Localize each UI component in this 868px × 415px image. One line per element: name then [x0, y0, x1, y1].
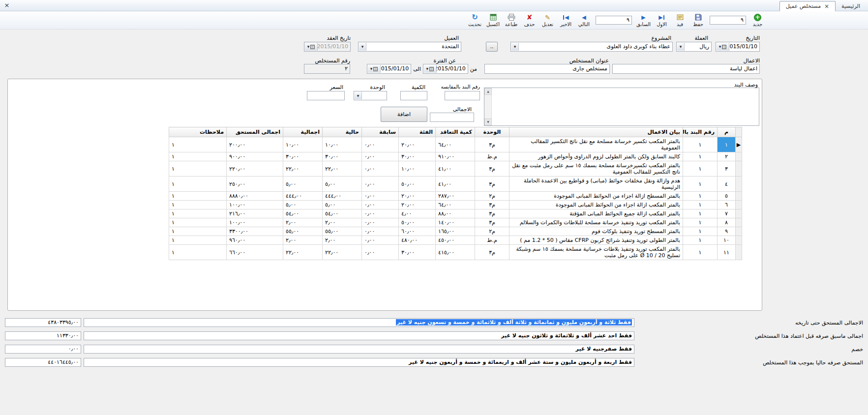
- delete-button[interactable]: ✘ حذف: [520, 12, 539, 29]
- cell-total_due[interactable]: ١٠٠٫٠٠: [227, 218, 283, 227]
- cell-total[interactable]: ٥٥٫٠٠: [283, 227, 323, 236]
- cell-m[interactable]: ٨: [718, 218, 736, 227]
- cell-total[interactable]: ٥٤٫٠٠: [283, 209, 323, 218]
- cell-previous[interactable]: ٠٫٠٠: [362, 245, 399, 260]
- cell-unit[interactable]: م٢: [475, 192, 509, 201]
- cell-current[interactable]: ٥٫٠٠: [323, 177, 362, 192]
- project-select[interactable]: عطاء بناء كوبرى داود العلوى ▼: [510, 42, 673, 52]
- cell-item_no[interactable]: ١: [683, 209, 718, 218]
- cell-description[interactable]: بالمتر الطولى توريد وتنفيذ شرائح كربون C…: [509, 236, 683, 245]
- cell-description[interactable]: كالبند السابق ولكن بالمتر الطولى لزوم ال…: [509, 152, 683, 161]
- date-field[interactable]: 2015/01/10 ▼: [716, 42, 760, 52]
- row-selector[interactable]: [736, 245, 742, 260]
- column-header-current[interactable]: حالية: [323, 127, 362, 137]
- table-row[interactable]: ٣١بالمتر المكعب تكسيرخرسانة مسلحة بسمك ١…: [169, 161, 742, 177]
- cell-description[interactable]: بالمتر المسطح ازالة اجزاء من الحوائط الم…: [509, 192, 683, 201]
- cell-contract_qty[interactable]: ١٦٥٫٠٠: [436, 227, 475, 236]
- cell-notes[interactable]: ١: [169, 177, 227, 192]
- cell-m[interactable]: ٢: [718, 152, 736, 161]
- cell-item_no[interactable]: ١: [683, 218, 718, 227]
- cell-unit[interactable]: م٣: [475, 245, 509, 260]
- table-row[interactable]: ٦١بالمتر المكعب ازالة اجزاء من الحوائط ا…: [169, 201, 742, 209]
- cell-rate[interactable]: ٦٠٫٠٠: [399, 227, 436, 236]
- cell-description[interactable]: بالمتر المكعب تكسيرخرسانة مسلحة بسمك ١٥ …: [509, 161, 683, 177]
- close-icon[interactable]: ×: [3, 1, 11, 9]
- column-header-notes[interactable]: ملاحظات: [169, 127, 227, 137]
- row-selector[interactable]: [736, 218, 742, 227]
- cell-contract_qty[interactable]: ٤١٫٠٠: [436, 177, 475, 192]
- total-due-to-date-amount-field[interactable]: ٤٣٨٠٣٣٩٥٫٠٠: [5, 318, 81, 327]
- tab-customer-statement[interactable]: × مستخلص عميل: [779, 1, 836, 11]
- table-row[interactable]: ٢١كالبند السابق ولكن بالمتر الطولى لزوم …: [169, 152, 742, 161]
- cell-m[interactable]: ٥: [718, 192, 736, 201]
- row-selector[interactable]: [736, 227, 742, 236]
- cell-rate[interactable]: ٤٫٠٠: [399, 209, 436, 218]
- cell-contract_qty[interactable]: ٤١٥٫٠٠: [436, 245, 475, 260]
- cell-description[interactable]: بالمتر المكعب تكسير خرسانة مسلحة مع نقل …: [509, 137, 683, 152]
- cell-total[interactable]: ٣٠٫٠٠: [283, 152, 323, 161]
- cell-m[interactable]: ١: [718, 137, 736, 152]
- add-item-button[interactable]: اضافة: [381, 107, 427, 122]
- cell-total[interactable]: ٤٤٤٫٠٠: [283, 192, 323, 201]
- calendar-dropdown-icon[interactable]: ▼: [424, 65, 437, 73]
- cell-total[interactable]: ٢٫٠٠: [283, 236, 323, 245]
- cell-contract_qty[interactable]: ٨٨٫٠٠: [436, 209, 475, 218]
- cell-item_no[interactable]: ١: [683, 177, 718, 192]
- cell-contract_qty[interactable]: ٤١٫٠٠: [436, 161, 475, 177]
- cell-m[interactable]: ٧: [718, 209, 736, 218]
- cell-rate[interactable]: ١٠٫٠٠: [399, 161, 436, 177]
- cell-m[interactable]: ٣: [718, 161, 736, 177]
- item-description-textarea[interactable]: ▲ ▼: [484, 88, 759, 126]
- currently-payable-words-field[interactable]: فقط اربعة و أربعون مليون و ستة عشر ألف و…: [84, 358, 634, 367]
- cell-contract_qty[interactable]: ٤٥٠٫٠٠: [436, 236, 475, 245]
- unit-select[interactable]: ▼: [354, 91, 387, 100]
- cell-notes[interactable]: ١: [169, 192, 227, 201]
- cell-current[interactable]: ٤٤٤٫٠٠: [323, 192, 362, 201]
- table-row[interactable]: ٨١بالمتر المكعب توريد وتنفيذ خرسانة مسلح…: [169, 218, 742, 227]
- scroll-down-icon[interactable]: ▼: [484, 119, 492, 125]
- cell-item_no[interactable]: ١: [683, 227, 718, 236]
- cell-unit[interactable]: م.ط: [475, 236, 509, 245]
- chevron-down-icon[interactable]: ▼: [677, 43, 685, 51]
- total-due-to-date-words-field[interactable]: فقط ثلاثة و أربعون مليون و ثمانمائة و ثل…: [84, 318, 634, 327]
- cell-description[interactable]: بالمتر المسطح توريد وتنفيذ بلوكات فوم: [509, 227, 683, 236]
- cell-previous[interactable]: ٠٫٠٠: [362, 177, 399, 192]
- first-button[interactable]: ▶ الاول: [653, 12, 671, 29]
- cell-previous[interactable]: ٠٫٠٠: [362, 161, 399, 177]
- textarea-scrollbar[interactable]: ▲ ▼: [484, 88, 492, 125]
- quantity-field[interactable]: [400, 91, 427, 100]
- cell-current[interactable]: ٢٫٠٠: [323, 236, 362, 245]
- cell-item_no[interactable]: ١: [683, 137, 718, 152]
- table-row[interactable]: ١٠١بالمتر الطولى توريد وتنفيذ شرائح كربو…: [169, 236, 742, 245]
- client-select[interactable]: المتحدة ▼: [358, 42, 461, 52]
- cell-total_due[interactable]: ٢٥٠٫٠٠: [227, 177, 283, 192]
- row-selector[interactable]: [736, 192, 742, 201]
- currently-payable-amount-field[interactable]: ٤٤٠١٦٤٤٥٫٠٠: [5, 358, 81, 367]
- cell-current[interactable]: ١٠٫٠٠: [323, 137, 362, 152]
- cell-unit[interactable]: م٣: [475, 137, 509, 152]
- cell-description[interactable]: بالمتر المكعب توريد وتنفيذ بلاطات خرساني…: [509, 245, 683, 260]
- column-header-rate[interactable]: الفئة: [399, 127, 436, 137]
- cell-contract_qty[interactable]: ٩١٠٫٠٠: [436, 152, 475, 161]
- cell-description[interactable]: بالمتر المكعب ازالة جميع الحوائط المبانى…: [509, 209, 683, 218]
- cell-previous[interactable]: ٠٫٠٠: [362, 209, 399, 218]
- cell-item_no[interactable]: ١: [683, 161, 718, 177]
- cell-current[interactable]: ٢٢٫٠٠: [323, 161, 362, 177]
- cell-item_no[interactable]: ١: [683, 201, 718, 209]
- previous-button[interactable]: ▶ السابق: [634, 12, 653, 29]
- row-selector[interactable]: [736, 152, 742, 161]
- row-selector[interactable]: [736, 201, 742, 209]
- next-button[interactable]: ◀ التالي: [575, 12, 593, 29]
- cell-notes[interactable]: ١: [169, 152, 227, 161]
- cell-contract_qty[interactable]: ٢٨٧٫٠٠: [436, 192, 475, 201]
- table-row[interactable]: ٥١بالمتر المسطح ازالة اجزاء من الحوائط ا…: [169, 192, 742, 201]
- chevron-down-icon[interactable]: ▼: [511, 43, 519, 51]
- cell-current[interactable]: ٢٢٫٠٠: [323, 245, 362, 260]
- column-header-previous[interactable]: سابقة: [362, 127, 399, 137]
- cell-item_no[interactable]: ١: [683, 192, 718, 201]
- cell-previous[interactable]: ٠٫٠٠: [362, 236, 399, 245]
- record-number-field-1[interactable]: ٩: [710, 16, 746, 25]
- cell-description[interactable]: بالمتر المكعب توريد وتنفيذ خرسانة مسلحة …: [509, 218, 683, 227]
- tab-home[interactable]: الرئيسية: [836, 1, 866, 11]
- table-row[interactable]: ١١١بالمتر المكعب توريد وتنفيذ بلاطات خرس…: [169, 245, 742, 260]
